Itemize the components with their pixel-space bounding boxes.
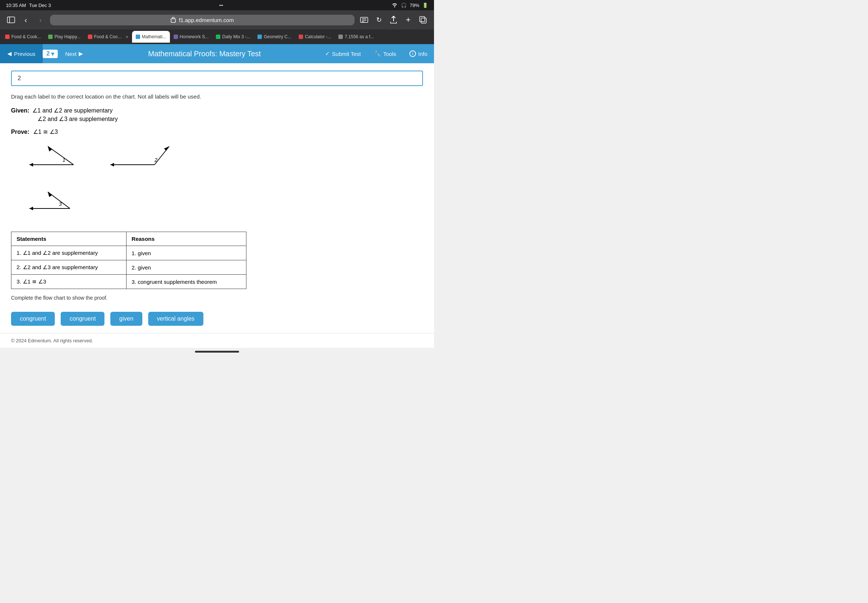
dots-icon: ••• [219, 3, 223, 7]
reason-1: 1. given [126, 246, 246, 260]
footer: © 2024 Edmentum. All rights reserved. [0, 333, 434, 348]
label-vertical-angles[interactable]: vertical angles [148, 312, 203, 326]
new-tab-button[interactable]: + [403, 15, 413, 25]
svg-text:2: 2 [154, 157, 158, 163]
toolbar-right: ✓ Submit Test 🔧 Tools i Info [319, 44, 434, 63]
angle-2-diagram: 2 [107, 143, 173, 179]
tab-geometry[interactable]: Geometry C... [254, 31, 295, 43]
main-content: 2 Drag each label to the correct locatio… [0, 63, 434, 333]
tab-play-happy[interactable]: Play Happy... [45, 31, 84, 43]
svg-marker-17 [164, 146, 169, 151]
tabs-bar: Food & Cook... Play Happy... Food & Cook… [0, 29, 434, 44]
given-line-1: Given: ∠1 and ∠2 are supplementary [11, 107, 423, 114]
tab-daily-mix[interactable]: Daily Mix 3 -... [212, 31, 254, 43]
reader-button[interactable] [359, 15, 369, 25]
battery-icon: 🔋 [422, 3, 428, 8]
home-indicator [0, 348, 434, 356]
next-button[interactable]: Next ▶ [58, 44, 90, 63]
battery-text: 79% [410, 3, 419, 8]
statement-1: 1. ∠1 and ∠2 are supplementary [11, 246, 127, 260]
time: 10:35 AM [6, 3, 26, 8]
tab-calculator[interactable]: Calculator -... [295, 31, 335, 43]
sidebar-button[interactable] [6, 15, 16, 25]
label-congruent-1[interactable]: congruent [11, 312, 55, 326]
instruction-text: Drag each label to the correct location … [11, 93, 423, 100]
tools-button[interactable]: 🔧 Tools [367, 44, 403, 63]
check-icon: ✓ [325, 50, 330, 57]
svg-marker-12 [48, 146, 52, 152]
label-given[interactable]: given [110, 312, 142, 326]
svg-text:1: 1 [62, 157, 65, 163]
given-label: Given: [11, 107, 29, 114]
status-bar: 10:35 AM Tue Dec 3 ••• 🎧 79% 🔋 [0, 0, 434, 10]
info-button[interactable]: i Info [403, 44, 434, 63]
submit-test-button[interactable]: ✓ Submit Test [319, 44, 367, 63]
svg-rect-8 [421, 18, 426, 23]
table-header-statements: Statements [11, 232, 127, 246]
previous-label: Previous [14, 51, 35, 57]
previous-icon: ◀ [7, 50, 12, 57]
url-text: f1.app.edmentum.com [179, 17, 234, 23]
headphones-icon: 🎧 [401, 3, 407, 8]
submit-label: Submit Test [332, 51, 361, 57]
svg-marker-20 [29, 207, 33, 210]
status-center: ••• [219, 3, 223, 7]
page-title: Mathematical Proofs: Mastery Test [90, 49, 319, 58]
tab-7-1556[interactable]: 7.1556 as a f... [335, 31, 378, 43]
question-num-text: 2 [46, 50, 50, 57]
angle-1-diagram: 1 [26, 143, 85, 179]
dropdown-icon: ▾ [51, 50, 54, 57]
tab-food-cook-1[interactable]: Food & Cook... [2, 31, 45, 43]
info-label: Info [418, 51, 427, 57]
svg-marker-10 [29, 163, 33, 167]
browser-actions: + [388, 15, 428, 25]
angle-3-diagram-container: 3 [11, 188, 423, 223]
prove-section: Prove: ∠1 ≅ ∠3 [11, 128, 423, 135]
status-right: 🎧 79% 🔋 [391, 2, 428, 8]
given-line-2: ∠2 and ∠3 are supplementary [37, 116, 423, 122]
diagram-area: 1 2 [11, 143, 423, 179]
refresh-button[interactable]: ↻ [374, 15, 384, 25]
copyright-text: © 2024 Edmentum. All rights reserved. [11, 338, 93, 343]
proof-table: Statements Reasons 1. ∠1 and ∠2 are supp… [11, 232, 246, 289]
back-button[interactable]: ‹ [21, 15, 31, 25]
date: Tue Dec 3 [29, 3, 51, 8]
labels-row: congruent congruent given vertical angle… [11, 312, 423, 326]
reason-3: 3. congruent supplements theorem [126, 275, 246, 289]
question-number-display[interactable]: 2 ▾ [43, 49, 58, 58]
tab-mathemati[interactable]: Mathemati... [132, 31, 170, 43]
prove-label: Prove: [11, 129, 29, 135]
tabs-button[interactable] [418, 15, 428, 25]
app-toolbar: ◀ Previous 2 ▾ Next ▶ Mathematical Proof… [0, 44, 434, 63]
tab-food-cook-2[interactable]: Food & Cook... ✕ [84, 31, 132, 43]
browser-chrome: ‹ › f1.app.edmentum.com ↻ + [0, 10, 434, 29]
home-bar[interactable] [195, 351, 239, 353]
tab-homework[interactable]: Homework S... [170, 31, 213, 43]
status-left: 10:35 AM Tue Dec 3 [6, 3, 51, 8]
table-header-reasons: Reasons [126, 232, 246, 246]
statement-3: 3. ∠1 ≅ ∠3 [11, 275, 127, 289]
label-congruent-2[interactable]: congruent [61, 312, 104, 326]
next-icon: ▶ [79, 50, 83, 57]
wifi-icon [391, 2, 398, 8]
info-icon: i [409, 50, 416, 57]
svg-marker-15 [110, 163, 114, 167]
given-section: Given: ∠1 and ∠2 are supplementary ∠2 an… [11, 107, 423, 122]
svg-rect-2 [171, 19, 175, 22]
svg-rect-0 [7, 17, 15, 23]
question-box-number: 2 [18, 75, 21, 81]
table-row: 2. ∠2 and ∠3 are supplementary 2. given [11, 260, 246, 275]
forward-button[interactable]: › [35, 15, 46, 25]
given-statement-2: ∠2 and ∠3 are supplementary [37, 116, 118, 122]
reason-2: 2. given [126, 260, 246, 275]
given-statement-1: ∠1 and ∠2 are supplementary [32, 107, 113, 114]
tools-label: Tools [383, 51, 396, 57]
wrench-icon: 🔧 [374, 50, 381, 57]
previous-button[interactable]: ◀ Previous [0, 44, 43, 63]
address-bar[interactable]: f1.app.edmentum.com [50, 15, 354, 25]
question-number-box: 2 [11, 71, 423, 86]
table-row: 3. ∠1 ≅ ∠3 3. congruent supplements theo… [11, 275, 246, 289]
next-label: Next [65, 51, 76, 57]
table-row: 1. ∠1 and ∠2 are supplementary 1. given [11, 246, 246, 260]
share-button[interactable] [388, 15, 399, 25]
